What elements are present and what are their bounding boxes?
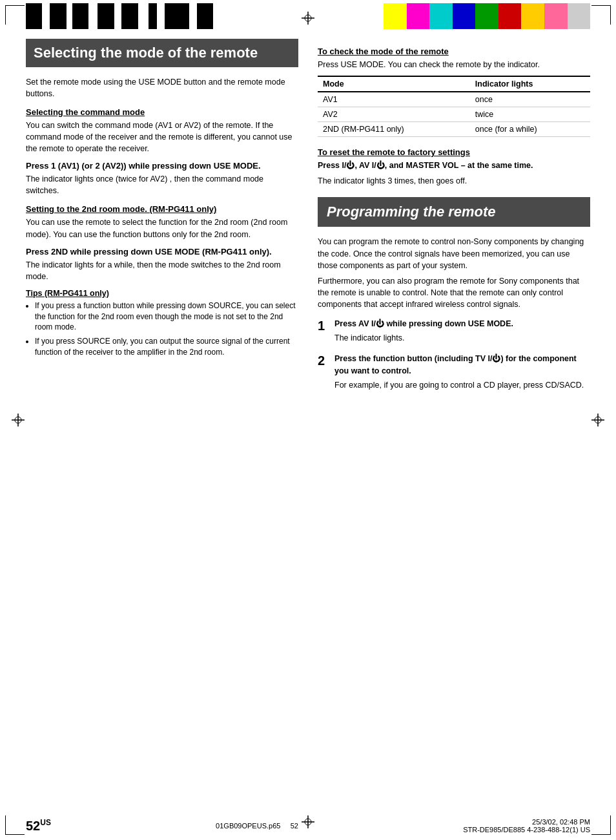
svg-point-1 bbox=[15, 417, 21, 423]
check-heading: To check the mode of the remote bbox=[318, 47, 590, 56]
crosshair-top-center bbox=[302, 12, 314, 25]
programming-intro1: You can program the remote to control no… bbox=[318, 236, 590, 271]
sub2-body: The indicator lights once (twice for AV2… bbox=[26, 173, 298, 196]
tip-item-1: If you press a function button while pre… bbox=[35, 300, 298, 333]
table-row: 2ND (RM-PG411 only)once (for a while) bbox=[318, 122, 590, 137]
tips-list: If you press a function button while pre… bbox=[26, 300, 298, 358]
sub4-heading: Press 2ND while pressing down USE MODE (… bbox=[26, 247, 298, 257]
color-block-yellow bbox=[384, 3, 407, 29]
left-column: Selecting the mode of the remote Set the… bbox=[26, 39, 298, 801]
svg-point-0 bbox=[305, 15, 311, 21]
step1: 1 Press AV I/⏻ while pressing down USE M… bbox=[318, 318, 590, 346]
color-block-orange bbox=[521, 3, 544, 29]
step2-body: For example, if you are going to control… bbox=[334, 379, 590, 391]
table-cell-mode: 2ND (RM-PG411 only) bbox=[318, 122, 470, 137]
sub1-body: You can switch the command mode (AV1 or … bbox=[26, 120, 298, 154]
step2-number: 2 bbox=[318, 353, 329, 368]
sub4-body: The indicator lights for a while, then t… bbox=[26, 259, 298, 282]
bottom-right: 25/3/02, 02:48 PM STR-DE985/DE885 4-238-… bbox=[463, 818, 590, 834]
programming-title: Programming the remote bbox=[327, 204, 581, 220]
svg-point-2 bbox=[595, 417, 601, 423]
color-block-blue bbox=[453, 3, 476, 29]
corner-mark-tl bbox=[5, 5, 25, 25]
corner-mark-tr bbox=[591, 5, 611, 25]
tip-item-2: If you press SOURCE only, you can output… bbox=[35, 336, 298, 358]
reset-heading: To reset the remote to factory settings bbox=[318, 147, 590, 157]
table-cell-lights: twice bbox=[470, 107, 590, 122]
step1-number: 1 bbox=[318, 318, 329, 333]
main-title-box: Selecting the mode of the remote bbox=[26, 39, 298, 67]
color-block-cyan bbox=[429, 3, 453, 29]
corner-mark-bl bbox=[5, 815, 25, 835]
check-body: Press USE MODE. You can check the remote… bbox=[318, 59, 590, 70]
tips-heading: Tips (RM-PG411 only) bbox=[26, 289, 298, 298]
step1-instruction: Press AV I/⏻ while pressing down USE MOD… bbox=[334, 319, 513, 328]
step2-content: Press the function button (including TV … bbox=[334, 353, 590, 393]
main-title: Selecting the mode of the remote bbox=[34, 44, 291, 62]
reset-body: The indicator lights 3 times, then goes … bbox=[318, 175, 590, 187]
barcode-strip bbox=[26, 3, 213, 29]
sub3-body: You can use the remote to select the fun… bbox=[26, 216, 298, 240]
intro-text: Set the remote mode using the USE MODE b… bbox=[26, 76, 298, 100]
sub2-heading: Press 1 (AV1) (or 2 (AV2)) while pressin… bbox=[26, 161, 298, 171]
step1-body: The indicator lights. bbox=[334, 332, 590, 344]
reset-instruction: Press I/⏻, AV I/⏻, and MASTER VOL – at t… bbox=[318, 160, 590, 171]
table-cell-lights: once (for a while) bbox=[470, 122, 590, 137]
color-block-pink bbox=[544, 3, 568, 29]
sub3-heading: Setting to the 2nd room mode. (RM-PG411 … bbox=[26, 204, 298, 214]
color-block-magenta bbox=[407, 3, 430, 29]
table-cell-mode: AV1 bbox=[318, 92, 470, 107]
step2-instruction: Press the function button (including TV … bbox=[334, 354, 577, 375]
color-block-ltgray bbox=[568, 3, 591, 29]
color-block-green bbox=[475, 3, 498, 29]
bottom-bar: 52US 01GB09OPEUS.p65 52 25/3/02, 02:48 P… bbox=[26, 818, 590, 834]
crosshair-right-mid bbox=[591, 414, 604, 426]
mode-table: Mode Indicator lights AV1onceAV2twice2ND… bbox=[318, 76, 590, 137]
table-cell-lights: once bbox=[470, 92, 590, 107]
step2: 2 Press the function button (including T… bbox=[318, 353, 590, 393]
sub1-heading: Selecting the command mode bbox=[26, 107, 298, 117]
step1-content: Press AV I/⏻ while pressing down USE MOD… bbox=[334, 318, 590, 346]
table-row: AV2twice bbox=[318, 107, 590, 122]
table-header-mode: Mode bbox=[318, 76, 470, 92]
table-cell-mode: AV2 bbox=[318, 107, 470, 122]
right-column: To check the mode of the remote Press US… bbox=[318, 39, 590, 801]
bottom-center: 01GB09OPEUS.p65 52 bbox=[216, 822, 298, 830]
color-block-red bbox=[498, 3, 522, 29]
corner-mark-br bbox=[591, 815, 611, 835]
crosshair-left-mid bbox=[12, 414, 25, 426]
color-strip bbox=[384, 3, 590, 29]
programming-title-box: Programming the remote bbox=[318, 197, 590, 227]
page-number: 52US bbox=[26, 818, 51, 834]
table-row: AV1once bbox=[318, 92, 590, 107]
table-header-lights: Indicator lights bbox=[470, 76, 590, 92]
programming-intro2: Furthermore, you can also program the re… bbox=[318, 275, 590, 310]
